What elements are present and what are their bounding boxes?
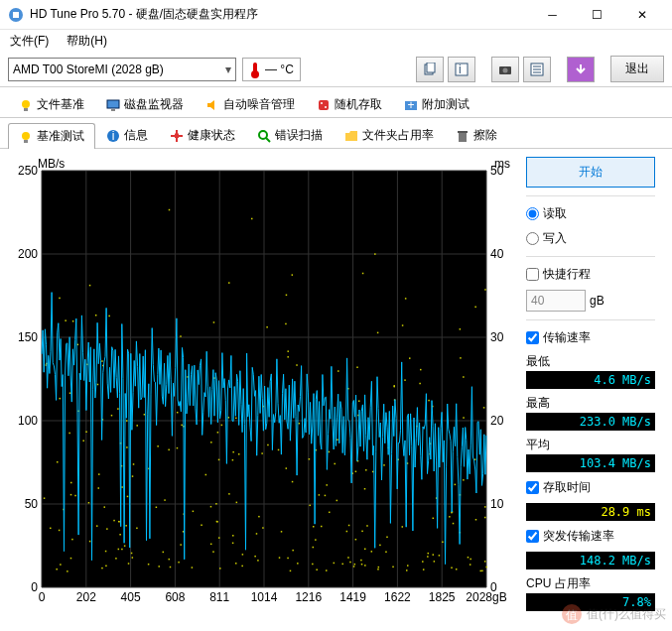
shortstroke-check[interactable]: 快捷行程: [526, 265, 655, 284]
tab-自动噪音管理[interactable]: 自动噪音管理: [195, 91, 306, 117]
tab-擦除[interactable]: 擦除: [445, 122, 508, 148]
tab-错误扫描[interactable]: 错误扫描: [246, 122, 334, 148]
exit-button[interactable]: 退出: [610, 56, 664, 82]
settings-button[interactable]: [523, 57, 551, 82]
svg-rect-123: [136, 528, 138, 530]
svg-rect-120: [419, 383, 421, 385]
svg-point-23: [22, 132, 30, 140]
svg-rect-256: [337, 370, 339, 372]
svg-rect-150: [278, 449, 280, 451]
svg-rect-164: [456, 568, 458, 570]
svg-point-19: [321, 102, 323, 104]
minimize-button[interactable]: ─: [530, 1, 575, 29]
svg-text:0: 0: [31, 580, 38, 594]
bulb-icon: [19, 130, 33, 144]
min-value: 4.6 MB/s: [526, 371, 655, 389]
svg-rect-291: [258, 516, 260, 518]
svg-rect-6: [456, 63, 468, 75]
copy-info-button[interactable]: i: [448, 57, 475, 82]
tab-文件夹占用率[interactable]: 文件夹占用率: [334, 122, 445, 148]
svg-rect-135: [126, 420, 128, 422]
svg-rect-308: [193, 511, 195, 513]
svg-rect-28: [171, 135, 183, 137]
svg-rect-168: [286, 295, 288, 297]
svg-rect-324: [394, 386, 396, 388]
svg-rect-94: [201, 524, 202, 526]
svg-rect-316: [285, 323, 287, 325]
svg-text:1825: 1825: [429, 590, 456, 604]
svg-rect-258: [121, 486, 123, 488]
svg-rect-129: [95, 315, 97, 316]
close-button[interactable]: ✕: [619, 1, 664, 29]
read-radio[interactable]: 读取: [526, 204, 655, 223]
svg-rect-332: [420, 369, 422, 371]
tab-磁盘监视器[interactable]: 磁盘监视器: [95, 91, 195, 117]
cpu-label: CPU 占用率: [526, 575, 655, 592]
tab-随机存取[interactable]: 随机存取: [306, 91, 393, 117]
start-button[interactable]: 开始: [526, 157, 655, 188]
watermark: 值 值(什)么值得买: [561, 603, 666, 625]
svg-rect-141: [261, 452, 263, 454]
svg-rect-292: [486, 567, 488, 568]
svg-rect-154: [349, 562, 351, 564]
svg-rect-189: [115, 558, 117, 560]
svg-text:1216: 1216: [295, 590, 322, 604]
transfer-check[interactable]: 传输速率: [526, 328, 655, 347]
svg-rect-118: [232, 451, 234, 453]
svg-text:40: 40: [490, 247, 504, 261]
svg-rect-315: [177, 447, 179, 449]
svg-rect-113: [346, 531, 348, 533]
tab-附加测试[interactable]: +附加测试: [393, 91, 480, 117]
svg-rect-313: [364, 565, 366, 567]
svg-rect-271: [329, 451, 331, 453]
access-check[interactable]: 存取时间: [526, 478, 655, 497]
svg-rect-298: [101, 568, 103, 569]
svg-rect-128: [232, 459, 234, 461]
svg-rect-326: [163, 552, 165, 554]
svg-rect-236: [178, 562, 180, 564]
maximize-button[interactable]: ☐: [575, 1, 619, 29]
write-radio[interactable]: 写入: [526, 229, 655, 248]
svg-rect-255: [354, 564, 356, 566]
max-value: 233.0 MB/s: [526, 413, 655, 431]
svg-rect-90: [292, 550, 294, 552]
svg-rect-274: [353, 566, 355, 568]
burst-check[interactable]: 突发传输速率: [526, 527, 655, 546]
save-button[interactable]: [567, 57, 595, 82]
svg-rect-307: [232, 543, 234, 545]
svg-rect-138: [470, 564, 471, 566]
drive-select[interactable]: AMD T00 StoreMI (2028 gB): [8, 58, 236, 81]
tab-信息[interactable]: i信息: [95, 122, 159, 148]
svg-rect-328: [77, 344, 79, 346]
svg-rect-126: [132, 475, 134, 477]
toolbar: AMD T00 StoreMI (2028 gB) — °C i 退出: [0, 52, 672, 87]
menu-file[interactable]: 文件(F): [6, 31, 53, 52]
menu-help[interactable]: 帮助(H): [63, 31, 111, 52]
svg-rect-92: [385, 552, 387, 554]
svg-rect-288: [118, 521, 120, 523]
screenshot-button[interactable]: [491, 57, 519, 82]
svg-rect-76: [463, 479, 465, 481]
svg-rect-228: [290, 570, 292, 572]
svg-text:405: 405: [121, 590, 141, 604]
svg-rect-287: [124, 545, 126, 547]
svg-rect-325: [348, 525, 350, 527]
max-label: 最高: [526, 395, 655, 412]
svg-rect-230: [127, 496, 129, 498]
svg-rect-317: [217, 432, 219, 434]
tab-健康状态[interactable]: 健康状态: [159, 122, 246, 148]
svg-rect-206: [56, 568, 58, 570]
svg-text:值: 值: [566, 608, 578, 622]
svg-rect-183: [210, 506, 212, 508]
copy-text-button[interactable]: [416, 57, 444, 82]
tab-基准测试[interactable]: 基准测试: [8, 123, 95, 149]
svg-point-29: [259, 131, 267, 139]
svg-rect-106: [287, 558, 289, 560]
svg-rect-166: [232, 535, 234, 537]
tab-文件基准[interactable]: 文件基准: [8, 91, 95, 117]
svg-rect-133: [133, 463, 135, 465]
svg-rect-211: [326, 569, 328, 571]
svg-rect-140: [312, 564, 314, 566]
svg-rect-312: [144, 414, 146, 416]
svg-rect-108: [379, 545, 381, 547]
